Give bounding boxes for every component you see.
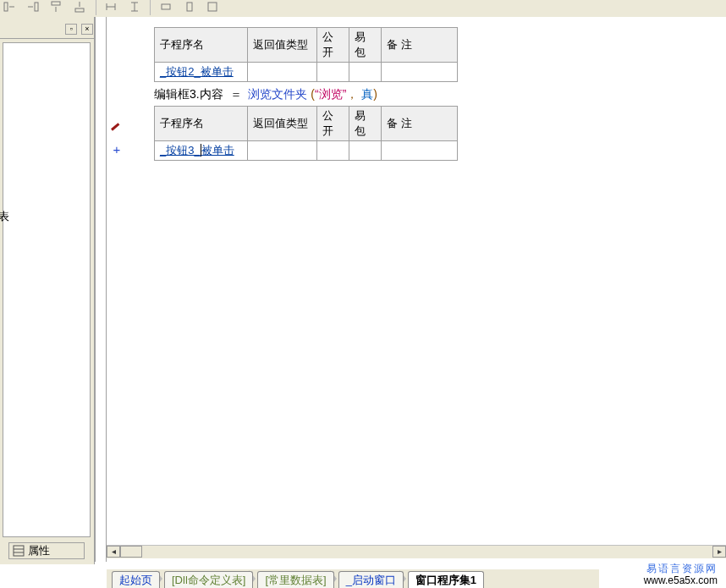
svg-rect-15 — [187, 3, 192, 11]
gutter: + — [110, 127, 124, 157]
expand-plus-icon[interactable]: + — [110, 142, 124, 157]
side-panel: ▫ × 表 属性 — [0, 17, 95, 564]
watermark-title: 易语言资源网 — [644, 563, 718, 574]
subroutine-table-1: 子程序名 返回值类型 公开 易包 备 注 _按钮2_被单击 — [154, 27, 458, 82]
editor-tabstrip: 起始页 [Dll命令定义表] [常里数据表] _启动窗口 窗口程序集1 — [107, 569, 599, 588]
tab-dll[interactable]: [Dll命令定义表] — [164, 571, 253, 588]
package-cell[interactable] — [349, 63, 382, 82]
svg-rect-16 — [208, 3, 217, 11]
package-cell[interactable] — [349, 141, 382, 161]
tab-const[interactable]: [常里数据表] — [257, 571, 333, 588]
col-header-return: 返回值类型 — [248, 28, 317, 63]
scroll-track[interactable] — [142, 546, 712, 558]
tab-boot-window[interactable]: _启动窗口 — [338, 571, 404, 588]
tool-align-bottom[interactable] — [72, 0, 91, 15]
string-literal: 浏览 — [319, 87, 343, 101]
panel-header: ▫ × — [0, 24, 94, 39]
toolbar — [0, 0, 726, 17]
properties-tab[interactable]: 属性 — [8, 542, 85, 559]
col-header-note: 备 注 — [382, 28, 458, 63]
table-row[interactable]: _按钮2_被单击 — [155, 63, 458, 82]
watermark-url: www.e5a5x.com — [644, 574, 718, 586]
return-type-cell[interactable] — [248, 141, 317, 161]
tool-size-h[interactable] — [158, 0, 177, 15]
table-row[interactable]: _按钮3_被单击 — [155, 141, 458, 161]
col-header-public: 公开 — [317, 107, 349, 141]
svg-rect-4 — [52, 2, 60, 5]
watermark: 易语言资源网 www.e5a5x.com — [644, 563, 718, 586]
code-line[interactable]: 编辑框3.内容 ＝ 浏览文件夹 (“浏览”， 真) — [154, 87, 726, 102]
col-header-note: 备 注 — [382, 107, 458, 141]
panel-dock-icon[interactable]: ▫ — [65, 24, 77, 35]
panel-close-icon[interactable]: × — [81, 24, 93, 35]
edit-marker-icon — [110, 127, 124, 140]
sub-name-part: _按钮3_ — [160, 144, 201, 157]
tool-align-right[interactable] — [25, 0, 44, 15]
col-header-package: 易包 — [349, 28, 382, 63]
splitter[interactable] — [95, 17, 107, 562]
svg-rect-14 — [162, 4, 170, 9]
svg-rect-2 — [35, 3, 38, 11]
panel-body: 表 — [3, 42, 91, 537]
function-call: 浏览文件夹 — [248, 87, 307, 101]
col-header-public: 公开 — [317, 28, 349, 63]
col-header-name: 子程序名 — [155, 107, 248, 141]
assign-op: ＝ — [230, 87, 242, 101]
code-property: 内容 — [200, 87, 223, 101]
note-cell[interactable] — [382, 63, 458, 82]
bool-literal: 真 — [361, 87, 373, 101]
public-cell[interactable] — [317, 141, 349, 161]
col-header-return: 返回值类型 — [248, 107, 317, 141]
scroll-right-arrow[interactable]: ▸ — [712, 546, 726, 558]
tool-size-both[interactable] — [205, 0, 223, 15]
sub-name-part: 被单击 — [201, 144, 234, 157]
scroll-thumb[interactable] — [120, 546, 142, 558]
rparen: ) — [373, 87, 377, 101]
note-cell[interactable] — [382, 141, 458, 161]
scroll-left-arrow[interactable]: ◂ — [107, 546, 120, 558]
svg-rect-0 — [4, 3, 8, 11]
code-editor[interactable]: 子程序名 返回值类型 公开 易包 备 注 _按钮2_被单击 编辑框3.内容 ＝ … — [107, 17, 726, 545]
horizontal-scrollbar[interactable]: ◂ ▸ — [107, 545, 726, 558]
toolbar-separator — [150, 0, 151, 15]
col-header-name: 子程序名 — [155, 28, 248, 63]
col-header-package: 易包 — [349, 107, 382, 141]
tab-window-module[interactable]: 窗口程序集1 — [408, 571, 484, 588]
tool-distribute-h[interactable] — [103, 0, 122, 15]
subroutine-table-2: 子程序名 返回值类型 公开 易包 备 注 _按钮3_被单击 — [154, 106, 458, 161]
tool-align-top[interactable] — [48, 0, 67, 15]
svg-rect-17 — [14, 546, 24, 556]
table-header-row: 子程序名 返回值类型 公开 易包 备 注 — [155, 28, 458, 63]
subroutine-name-cell[interactable]: _按钮2_被单击 — [155, 63, 248, 82]
tool-distribute-v[interactable] — [127, 0, 146, 15]
table-header-row: 子程序名 返回值类型 公开 易包 备 注 — [155, 107, 458, 141]
tool-size-v[interactable] — [182, 0, 201, 15]
tool-align-left[interactable] — [2, 0, 20, 15]
toolbar-separator — [96, 0, 97, 15]
side-cut-char: 表 — [0, 209, 9, 224]
return-type-cell[interactable] — [248, 63, 317, 82]
comma: ， — [346, 87, 358, 101]
properties-icon — [13, 545, 25, 557]
tab-start[interactable]: 起始页 — [112, 571, 160, 588]
public-cell[interactable] — [317, 63, 349, 82]
properties-label: 属性 — [28, 543, 50, 558]
subroutine-name-cell[interactable]: _按钮3_被单击 — [155, 141, 248, 161]
code-object: 编辑框3. — [154, 87, 200, 101]
svg-rect-6 — [75, 8, 84, 12]
